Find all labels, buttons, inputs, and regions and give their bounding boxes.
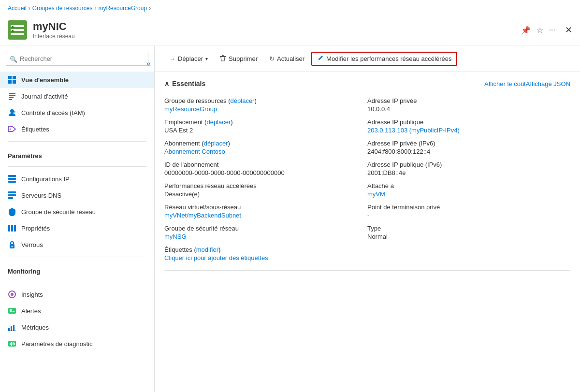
sidebar-item-insights[interactable]: Insights	[0, 286, 154, 303]
page-header: myNIC Interface réseau 📌 ☆ ··· ✕	[0, 16, 580, 46]
tags-value[interactable]: Cliquer ici pour ajouter des étiquettes	[164, 254, 367, 261]
resource-group-value[interactable]: myResourceGroup	[164, 105, 367, 113]
refresh-button[interactable]: ↻ Actualiser	[264, 52, 309, 65]
sidebar-label-tags: Étiquettes	[21, 126, 49, 133]
nsg-value[interactable]: myNSG	[164, 233, 367, 240]
search-box: 🔍	[6, 52, 148, 66]
essentials-type: Type Normal	[367, 222, 570, 243]
svg-rect-35	[11, 326, 12, 331]
main-content: → Déplacer ▾ Supprimer ↻ Actualiser Modi…	[155, 46, 580, 392]
view-json-link[interactable]: Affichage JSON	[526, 80, 570, 87]
resource-icon	[8, 20, 27, 40]
collapse-button[interactable]: «	[143, 58, 155, 70]
svg-rect-36	[13, 325, 14, 331]
sidebar-item-overview[interactable]: Vue d'ensemble	[0, 72, 154, 88]
essentials-nsg: Groupe de sécurité réseau myNSG	[164, 222, 367, 243]
toolbar: → Déplacer ▾ Supprimer ↻ Actualiser Modi…	[155, 46, 580, 72]
svg-rect-33	[13, 311, 14, 312]
sidebar-item-locks[interactable]: Verrous	[0, 236, 154, 253]
private-ipv6-value: 2404:f800:8000:122::4	[367, 148, 570, 155]
essentials-attached-to: Attaché à myVM	[367, 179, 570, 201]
svg-rect-4	[12, 26, 14, 28]
essentials-header: ∧ Essentials Afficher le coût Affichage …	[164, 80, 570, 87]
sidebar-label-insights: Insights	[21, 291, 43, 298]
svg-rect-40	[11, 342, 12, 346]
svg-rect-10	[9, 93, 15, 94]
breadcrumb-sep3: ›	[149, 5, 151, 12]
properties-icon	[8, 224, 16, 232]
sidebar-item-iam[interactable]: Contrôle d'accès (IAM)	[0, 104, 154, 121]
section-label-settings: Paramètres	[0, 145, 154, 162]
svg-rect-32	[10, 309, 12, 312]
essentials-tags: Étiquettes (modifier) Cliquer ici pour a…	[164, 243, 367, 264]
pin-icon[interactable]: 📌	[521, 26, 531, 35]
close-button[interactable]: ✕	[565, 25, 572, 35]
tags-icon	[8, 125, 16, 133]
essentials-subscription-id: ID de l'abonnement 00000000-0000-0000-00…	[164, 158, 367, 179]
sidebar-item-dns[interactable]: Serveurs DNS	[0, 187, 154, 203]
sidebar-item-ip-config[interactable]: Configurations IP	[0, 171, 154, 187]
edit-accelerated-networking-button[interactable]: Modifier les performances réseau accélér…	[311, 52, 457, 66]
svg-point-14	[10, 109, 14, 113]
sidebar-item-alerts[interactable]: Alertes	[0, 303, 154, 319]
edit-label: Modifier les performances réseau accélér…	[326, 55, 451, 62]
svg-rect-42	[14, 343, 15, 345]
svg-rect-11	[9, 95, 15, 96]
move-label: Déplacer	[178, 55, 203, 62]
move-resource-group-link[interactable]: déplacer	[231, 97, 255, 104]
essentials-title[interactable]: ∧ Essentials	[164, 80, 205, 87]
sidebar-item-tags[interactable]: Étiquettes	[0, 121, 154, 137]
move-location-link[interactable]: déplacer	[206, 118, 231, 126]
svg-rect-22	[8, 194, 16, 196]
svg-rect-6	[8, 76, 12, 79]
svg-point-28	[12, 246, 13, 247]
sidebar-item-diagnostics[interactable]: Paramètres de diagnostic	[0, 335, 154, 352]
sidebar-item-nsg[interactable]: Groupe de sécurité réseau	[0, 203, 154, 220]
delete-button[interactable]: Supprimer	[215, 52, 262, 66]
move-button[interactable]: → Déplacer ▾	[164, 52, 213, 65]
nav-divider-4	[8, 282, 146, 282]
refresh-label: Actualiser	[277, 55, 304, 62]
public-ip-value[interactable]: 203.0.113.103 (myPublicIP-IPv4)	[367, 127, 570, 134]
activity-log-icon	[8, 92, 16, 101]
svg-rect-25	[11, 225, 13, 232]
sidebar-label-nsg: Groupe de sécurité réseau	[21, 208, 96, 216]
title-block: myNIC Interface réseau	[33, 20, 521, 40]
more-icon[interactable]: ···	[549, 26, 555, 34]
sidebar-item-properties[interactable]: Propriétés	[0, 220, 154, 236]
sidebar-label-alerts: Alertes	[21, 307, 41, 315]
essentials-bottom-divider	[164, 270, 570, 271]
breadcrumb-home[interactable]: Accueil	[8, 5, 27, 12]
svg-point-17	[10, 129, 11, 130]
svg-rect-44	[222, 55, 224, 56]
insights-icon	[8, 290, 16, 299]
sidebar: 🔍 « Vue d'ensemble Journal d'activité Co…	[0, 46, 155, 392]
essentials-subscription: Abonnement (déplacer) Abonnement Contoso	[164, 137, 367, 158]
sidebar-label-overview: Vue d'ensemble	[21, 76, 69, 84]
svg-rect-5	[12, 30, 14, 32]
sidebar-item-metrics[interactable]: Métriques	[0, 319, 154, 335]
subscription-value[interactable]: Abonnement Contoso	[164, 148, 367, 155]
ip-config-icon	[8, 174, 16, 183]
attached-to-value[interactable]: myVM	[367, 190, 570, 198]
essentials-label: Essentials	[172, 80, 205, 87]
nsg-icon	[8, 207, 16, 216]
breadcrumb-resource-groups[interactable]: Groupes de ressources	[32, 5, 93, 12]
star-icon[interactable]: ☆	[536, 26, 543, 35]
move-subscription-link[interactable]: déplacer	[204, 140, 228, 147]
diagnostics-icon	[8, 339, 16, 348]
nav-divider-2	[8, 166, 146, 167]
edit-pencil-icon	[317, 55, 324, 63]
edit-tags-link[interactable]: modifier	[196, 246, 218, 253]
svg-point-15	[14, 111, 15, 113]
breadcrumb-rg-name[interactable]: myResourceGroup	[98, 5, 147, 12]
metrics-icon	[8, 323, 16, 332]
nav-divider-1	[8, 141, 146, 142]
iam-icon	[8, 108, 16, 117]
vnet-subnet-value[interactable]: myVNet/myBackendSubnet	[164, 212, 367, 219]
breadcrumb-sep2: ›	[94, 5, 96, 12]
view-cost-link[interactable]: Afficher le coût	[484, 80, 526, 87]
search-input[interactable]	[6, 52, 148, 66]
sidebar-label-ip-config: Configurations IP	[21, 175, 70, 183]
sidebar-item-activity-log[interactable]: Journal d'activité	[0, 88, 154, 104]
